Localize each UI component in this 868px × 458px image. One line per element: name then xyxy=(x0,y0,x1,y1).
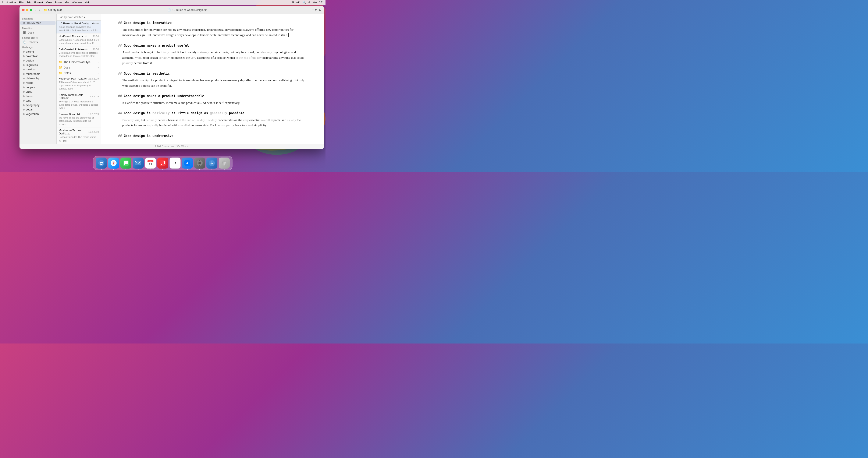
list-item[interactable]: Foolproof Pan Pizza.txt 22.9.2019 400 gr… xyxy=(57,76,101,92)
sidebar-item-vegeterian[interactable]: vegeterian xyxy=(20,112,56,116)
file-name: Foolproof Pan Pizza.txt xyxy=(59,77,87,80)
sidebar-item-todo[interactable]: todo xyxy=(20,98,56,103)
menu-edit[interactable]: Edit xyxy=(27,1,31,4)
menu-help[interactable]: Help xyxy=(85,1,91,4)
dock-item-safari[interactable] xyxy=(108,158,119,169)
menu-go[interactable]: Go xyxy=(65,1,69,4)
dock-item-appstore[interactable]: A xyxy=(182,158,193,169)
dock-item-finder[interactable] xyxy=(96,158,107,169)
sidebar-item-recipes[interactable]: recipes xyxy=(20,85,56,89)
list-item-folder-elements[interactable]: 📁 The Elements of Style › xyxy=(57,59,101,65)
hashtag-dot xyxy=(23,51,25,53)
sidebar-item-typography[interactable]: typography xyxy=(20,103,56,107)
paragraph: A real product is bought to be totally u… xyxy=(122,50,307,66)
hashtag-label: mexican xyxy=(26,68,36,71)
svg-text:iA: iA xyxy=(174,162,177,165)
hashtag-label: recipe xyxy=(26,81,33,84)
hashtag-label: colombian xyxy=(26,55,38,58)
paragraph: It clarifies the product's structure. It… xyxy=(122,100,307,106)
close-button[interactable] xyxy=(22,9,25,11)
app-name[interactable]: iA Writer xyxy=(6,1,16,4)
sidebar-item-mexican[interactable]: mexican xyxy=(20,67,56,72)
list-item[interactable]: Salt-Crusted Potatoes.txt 23.58 Colombia… xyxy=(57,47,101,59)
menubar-control-center-icon[interactable]: ⊙ xyxy=(308,1,310,4)
text-cursor xyxy=(288,33,289,37)
menu-format[interactable]: Format xyxy=(34,1,43,4)
back-button[interactable]: ‹ xyxy=(34,8,37,12)
folder-icon: 📁 xyxy=(59,66,62,69)
filelist-scroll: 10 Rules of Good Design.txt 0.00 Good de… xyxy=(57,21,101,138)
menu-window[interactable]: Window xyxy=(72,1,82,4)
faded-text: usually xyxy=(287,118,296,122)
forward-button[interactable]: › xyxy=(38,8,41,12)
dock-item-music[interactable] xyxy=(157,158,168,169)
menu-focus[interactable]: Focus xyxy=(55,1,62,4)
play-button[interactable]: ▶ xyxy=(319,8,321,12)
menubar-search-icon[interactable]: 🔍 xyxy=(303,1,306,4)
strikethrough-text: certainly xyxy=(159,56,170,59)
dock-item-mail[interactable] xyxy=(133,158,144,169)
minimize-button[interactable] xyxy=(26,9,28,11)
apple-menu[interactable]:  xyxy=(2,1,3,4)
view-toggle-button[interactable]: ⊞▼ xyxy=(312,8,317,12)
file-name: Mushroom Ta...and Garlic.txt xyxy=(59,129,88,135)
dock-item-calendar[interactable]: 11 NOV xyxy=(145,158,156,169)
filelist-header[interactable]: Sort by Date Modified ▾ xyxy=(57,14,101,21)
heading-2: ## Good design makes a product useful xyxy=(118,43,307,49)
sidebar-item-colombian[interactable]: colombian xyxy=(20,54,56,58)
dock-item-system-preferences[interactable] xyxy=(194,158,205,169)
list-item-folder-diary[interactable]: 📁 Diary › xyxy=(57,65,101,70)
svg-point-0 xyxy=(98,160,104,166)
list-item[interactable]: Mushroom Ta...and Garlic.txt 10.2.2019 H… xyxy=(57,127,101,138)
hashtag-dot xyxy=(23,60,25,61)
dock-item-trash[interactable] xyxy=(219,158,230,169)
folder-icon: 📁 xyxy=(43,8,47,12)
heading-2: ## Good design makes a product understan… xyxy=(118,93,307,99)
window-body: Locations 🖥 On My Mac Favorites 📓 Diary … xyxy=(20,14,324,144)
editor[interactable]: ## Good design is innovative The possibi… xyxy=(101,14,324,144)
hashtag-dot xyxy=(23,104,25,106)
sidebar-item-salsa[interactable]: salsa xyxy=(20,89,56,94)
dock-item-iawriter[interactable]: iA xyxy=(169,158,181,169)
list-item[interactable]: Banana Bread.txt 10.2.2019 We have all h… xyxy=(57,111,101,127)
editor-block: ## Good design is aesthetic The aestheti… xyxy=(118,71,307,89)
file-item-header: Salt-Crusted Potatoes.txt 23.58 xyxy=(59,48,99,51)
file-item-header: Smoky Tomatil...otle Salsa.txt 11.2.2019 xyxy=(59,93,99,99)
sidebar-item-recipe[interactable]: recipe xyxy=(20,81,56,85)
file-item-header: Banana Bread.txt 10.2.2019 xyxy=(59,113,99,116)
fullscreen-button[interactable] xyxy=(30,9,32,11)
sidebar-item-recents[interactable]: 🕐 Recents xyxy=(20,40,56,44)
heading-text: Good design is unobtrusive xyxy=(124,134,174,138)
dock-item-messages[interactable] xyxy=(120,158,131,169)
menubar-left:  iA Writer File Edit Format View Focus … xyxy=(2,1,90,4)
file-preview: 500 grams (17 1/2 ounces, about 3 1/4 cu… xyxy=(59,38,99,45)
list-item[interactable]: 10 Rules of Good Design.txt 0.00 Good de… xyxy=(57,21,101,33)
list-item[interactable]: Smoky Tomatil...otle Salsa.txt 11.2.2019… xyxy=(57,92,101,111)
sidebar-item-design[interactable]: design xyxy=(20,58,56,63)
file-name: No-Knead Focaccia.txt xyxy=(59,35,87,38)
file-date: 22.9.2019 xyxy=(88,77,99,80)
menu-view[interactable]: View xyxy=(46,1,52,4)
chevron-right-icon: › xyxy=(98,66,99,69)
titlebar-location: 📁 On My Mac xyxy=(43,8,62,12)
sidebar-item-diary[interactable]: 📓 Diary xyxy=(20,30,56,35)
sidebar-item-baking[interactable]: baking xyxy=(20,49,56,54)
sidebar-item-philosophy[interactable]: philosophy xyxy=(20,76,56,81)
dock: 11 NOV iA A xyxy=(93,156,232,170)
menu-file[interactable]: File xyxy=(19,1,24,4)
sidebar-item-mushrooms[interactable]: mushrooms xyxy=(20,72,56,76)
sidebar-item-label: Diary xyxy=(28,31,34,34)
list-item-folder-notes[interactable]: 📁 Notes › xyxy=(57,70,101,76)
dock-item-downloads[interactable] xyxy=(207,158,217,169)
folder-icon: 📁 xyxy=(59,71,62,75)
titlebar-right: ⊞▼ ▶ xyxy=(312,8,321,12)
hashtag-label: todo xyxy=(26,99,31,102)
list-item[interactable]: No-Knead Focaccia.txt 23.58 500 grams (1… xyxy=(57,33,101,47)
sidebar-item-on-my-mac[interactable]: 🖥 On My Mac xyxy=(20,21,56,25)
titlebar-center: 📄 10 Rules of Good Design.txt xyxy=(62,8,312,11)
location-label[interactable]: On My Mac xyxy=(48,8,62,11)
sidebar-item-linguistics[interactable]: linguistics xyxy=(20,63,56,67)
sidebar-item-vegan[interactable]: vegan xyxy=(20,107,56,112)
sidebar-item-tacos[interactable]: tacos xyxy=(20,94,56,98)
filelist-footer[interactable]: ⊙ Filter xyxy=(57,138,101,144)
